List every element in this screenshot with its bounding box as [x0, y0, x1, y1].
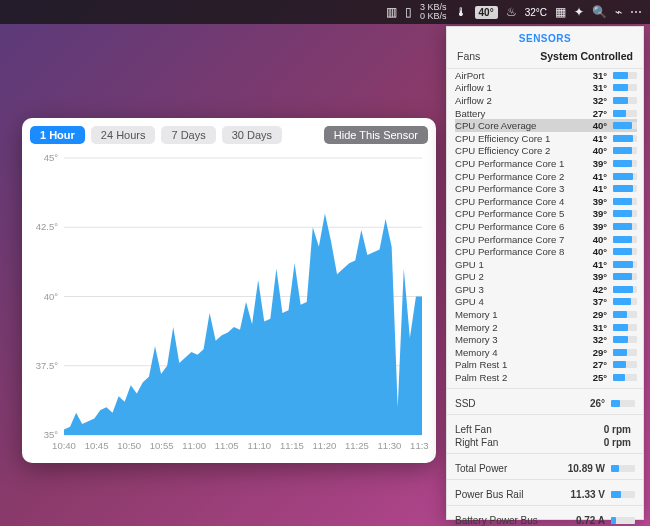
sensor-bar	[613, 223, 637, 230]
sensor-value: 41°	[573, 259, 611, 270]
sensor-row[interactable]: GPU 342°	[455, 283, 637, 296]
search-icon[interactable]: 🔍	[592, 5, 607, 19]
temp-badge[interactable]: 40°	[475, 6, 498, 19]
sensor-value: 40°	[573, 120, 611, 131]
power-value: 11.33 V	[555, 489, 609, 500]
sensor-name: GPU 4	[455, 296, 573, 307]
sensor-row[interactable]: AirPort31°	[455, 69, 637, 82]
svg-text:10:50: 10:50	[117, 440, 141, 451]
svg-text:37.5°: 37.5°	[36, 360, 58, 371]
sensor-row[interactable]: CPU Core Average40°	[455, 119, 637, 132]
sensor-row[interactable]: CPU Performance Core 840°	[455, 245, 637, 258]
menubar-widget-icon[interactable]: ▥	[386, 5, 397, 19]
panel-title: SENSORS	[447, 27, 643, 48]
sensor-row[interactable]: Palm Rest 225°	[455, 371, 637, 384]
sensor-value: 31°	[573, 322, 611, 333]
sensor-row[interactable]: CPU Performance Core 439°	[455, 195, 637, 208]
sensor-value: 41°	[573, 171, 611, 182]
time-range-30-days[interactable]: 30 Days	[222, 126, 282, 144]
svg-text:11:20: 11:20	[312, 440, 336, 451]
ssd-bar	[611, 400, 635, 407]
sensor-row[interactable]: Airflow 131°	[455, 82, 637, 95]
sensor-value: 39°	[573, 158, 611, 169]
sensor-bar	[613, 361, 637, 368]
more-icon[interactable]: ⋯	[630, 5, 642, 19]
sensor-value: 39°	[573, 221, 611, 232]
sensor-bar	[613, 173, 637, 180]
sensor-value: 39°	[573, 271, 611, 282]
sensor-list: AirPort31°Airflow 131°Airflow 232°Batter…	[447, 69, 643, 384]
grid-icon[interactable]: ▦	[555, 5, 566, 19]
svg-text:11:05: 11:05	[215, 440, 239, 451]
svg-text:11:00: 11:00	[182, 440, 206, 451]
svg-text:11:35: 11:35	[410, 440, 428, 451]
fan-value: 0 rpm	[581, 424, 635, 435]
sensor-value: 27°	[573, 359, 611, 370]
time-range-24-hours[interactable]: 24 Hours	[91, 126, 156, 144]
svg-text:10:45: 10:45	[85, 440, 109, 451]
power-row[interactable]: Power Bus Rail11.33 V	[447, 488, 643, 501]
power-row[interactable]: Battery Power Bus0.72 A	[447, 514, 643, 526]
sensor-row[interactable]: CPU Performance Core 639°	[455, 220, 637, 233]
thermometer-icon: 🌡	[455, 5, 467, 19]
time-range-1-hour[interactable]: 1 Hour	[30, 126, 85, 144]
svg-text:11:30: 11:30	[378, 440, 402, 451]
fan-row[interactable]: Right Fan0 rpm	[447, 436, 643, 449]
sensor-row[interactable]: GPU 141°	[455, 258, 637, 271]
cpu-temp[interactable]: 32°C	[525, 7, 547, 18]
sensor-name: Airflow 2	[455, 95, 573, 106]
power-bar	[611, 491, 635, 498]
sensor-name: CPU Efficiency Core 2	[455, 145, 573, 156]
time-range-7-days[interactable]: 7 Days	[161, 126, 215, 144]
svg-text:11:25: 11:25	[345, 440, 369, 451]
sensor-name: Memory 1	[455, 309, 573, 320]
net-speed-indicator[interactable]: 3 KB/s 0 KB/s	[420, 3, 447, 21]
sensor-bar	[613, 248, 637, 255]
sensor-value: 27°	[573, 108, 611, 119]
svg-text:11:10: 11:10	[247, 440, 271, 451]
sensor-bar	[613, 84, 637, 91]
power-row[interactable]: Total Power10.89 W	[447, 462, 643, 475]
chart-window: 1 Hour24 Hours7 Days30 Days Hide This Se…	[22, 118, 436, 463]
sensor-name: Memory 2	[455, 322, 573, 333]
sensor-row[interactable]: Memory 231°	[455, 321, 637, 334]
power-name: Total Power	[455, 463, 555, 474]
sensor-name: CPU Efficiency Core 1	[455, 133, 573, 144]
flame-icon: ♨	[506, 5, 517, 19]
svg-text:45°: 45°	[44, 152, 59, 163]
sensor-name: CPU Performance Core 1	[455, 158, 573, 169]
hide-sensor-button[interactable]: Hide This Sensor	[324, 126, 428, 144]
sensor-value: 40°	[573, 145, 611, 156]
menubar-widget-icon[interactable]: ▯	[405, 5, 412, 19]
sensor-row[interactable]: CPU Performance Core 341°	[455, 182, 637, 195]
control-center-icon[interactable]: ⌁	[615, 5, 622, 19]
svg-text:42.5°: 42.5°	[36, 221, 58, 232]
svg-text:11:15: 11:15	[280, 440, 304, 451]
fan-row[interactable]: Left Fan0 rpm	[447, 423, 643, 436]
sensor-row[interactable]: GPU 239°	[455, 271, 637, 284]
sensor-row[interactable]: Memory 332°	[455, 333, 637, 346]
sensor-row[interactable]: GPU 437°	[455, 296, 637, 309]
sensor-name: Palm Rest 2	[455, 372, 573, 383]
sensor-bar	[613, 122, 637, 129]
sensor-row[interactable]: Battery27°	[455, 107, 637, 120]
sensor-row[interactable]: CPU Performance Core 139°	[455, 157, 637, 170]
ssd-row[interactable]: SSD 26°	[447, 397, 643, 410]
sensor-row[interactable]: Memory 129°	[455, 308, 637, 321]
power-name: Battery Power Bus	[455, 515, 555, 526]
sensor-row[interactable]: Memory 429°	[455, 346, 637, 359]
sensor-row[interactable]: Palm Rest 127°	[455, 359, 637, 372]
sensor-row[interactable]: Airflow 232°	[455, 94, 637, 107]
sensor-name: CPU Performance Core 4	[455, 196, 573, 207]
chart-area: 35°37.5°40°42.5°45°10:4010:4510:5010:551…	[30, 152, 428, 455]
sensor-row[interactable]: CPU Performance Core 241°	[455, 170, 637, 183]
sensor-row[interactable]: CPU Efficiency Core 240°	[455, 145, 637, 158]
sensor-row[interactable]: CPU Performance Core 740°	[455, 233, 637, 246]
sensor-row[interactable]: CPU Efficiency Core 141°	[455, 132, 637, 145]
fan-value: 0 rpm	[581, 437, 635, 448]
svg-text:10:40: 10:40	[52, 440, 76, 451]
sensor-name: Airflow 1	[455, 82, 573, 93]
sensor-row[interactable]: CPU Performance Core 539°	[455, 208, 637, 221]
fans-mode-row[interactable]: Fans System Controlled	[447, 48, 643, 69]
sparkle-icon[interactable]: ✦	[574, 5, 584, 19]
